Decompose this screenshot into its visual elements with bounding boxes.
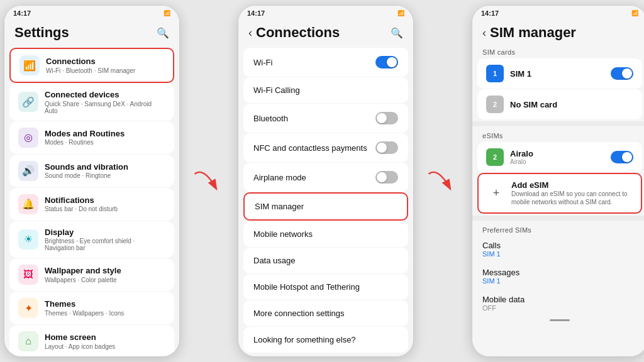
settings-header: Settings 🔍 — [4, 18, 179, 45]
display-label: Display — [45, 228, 165, 238]
status-time-3: 14:17 — [481, 9, 499, 17]
phone-settings: 14:17 📶 Settings 🔍 📶 Connections Wi-Fi ·… — [4, 5, 180, 357]
connections-label: Connections — [46, 57, 164, 67]
settings-search-button[interactable]: 🔍 — [157, 27, 169, 39]
homescreen-label: Home screen — [45, 332, 165, 343]
status-icons-2: 📶 — [397, 10, 404, 16]
notifications-sublabel: Status bar · Do not disturb — [45, 206, 165, 212]
wifi-toggle[interactable] — [375, 56, 398, 69]
preferred-sims-divider — [472, 216, 644, 221]
settings-item-connections[interactable]: 📶 Connections Wi-Fi · Bluetooth · SIM ma… — [9, 48, 174, 83]
settings-item-display[interactable]: ☀ Display Brightness · Eye comfort shiel… — [9, 221, 174, 258]
preferred-sims-header: Preferred SIMs — [472, 222, 644, 236]
conn-sim-manager[interactable]: SIM manager — [243, 192, 408, 221]
display-icon: ☀ — [18, 229, 38, 250]
scroll-indicator-2 — [238, 356, 413, 356]
preferred-messages[interactable]: Messages SIM 1 — [472, 263, 644, 290]
connections-screen: ‹ Connections 🔍 Wi-Fi Wi-Fi Calling Blue… — [238, 18, 413, 356]
esims-header: eSIMs — [472, 128, 644, 141]
settings-item-modes[interactable]: ◎ Modes and Routines Modes · Routines — [9, 121, 174, 154]
status-time-1: 14:17 — [13, 9, 31, 17]
conn-wifi[interactable]: Wi-Fi — [243, 48, 408, 77]
signal-icon-3: 📶 — [631, 10, 638, 16]
conn-looking[interactable]: Looking for something else? — [243, 327, 408, 353]
esim-airalo[interactable]: 2 Airalo Airalo — [477, 142, 642, 172]
conn-nfc[interactable]: NFC and contactless payments — [243, 133, 408, 162]
modes-icon: ◎ — [18, 128, 38, 148]
status-icons-1: 📶 — [164, 10, 170, 16]
mobile-data-value: OFF — [482, 304, 525, 312]
settings-list: 📶 Connections Wi-Fi · Bluetooth · SIM ma… — [4, 45, 179, 356]
hotspot-label: Mobile Hotspot and Tethering — [253, 282, 360, 292]
themes-label: Themes — [45, 299, 165, 309]
connections-search-button[interactable]: 🔍 — [391, 27, 403, 39]
wallpaper-sublabel: Wallpapers · Color palette — [45, 277, 165, 283]
phone-connections: 14:17 📶 ‹ Connections 🔍 Wi-Fi Wi-Fi Call… — [238, 5, 414, 357]
settings-item-themes[interactable]: ✦ Themes Themes · Wallpapers · Icons — [9, 292, 174, 324]
notifications-icon: 🔔 — [18, 194, 38, 214]
settings-item-wallpaper[interactable]: 🖼 Wallpaper and style Wallpapers · Color… — [9, 258, 174, 291]
conn-hotspot[interactable]: Mobile Hotspot and Tethering — [243, 274, 408, 300]
arrow-1-container — [184, 0, 234, 362]
connected-devices-icon: 🔗 — [18, 92, 38, 112]
settings-item-homescreen[interactable]: ⌂ Home screen Layout · App icon badges — [9, 325, 174, 356]
nfc-toggle[interactable] — [375, 141, 398, 154]
airplane-toggle[interactable] — [375, 171, 398, 184]
settings-item-connected-devices[interactable]: 🔗 Connected devices Quick Share · Samsun… — [9, 84, 174, 121]
connections-back-button[interactable]: ‹ — [248, 26, 252, 40]
display-sublabel: Brightness · Eye comfort shield · Naviga… — [45, 238, 165, 251]
mobile-data-label: Mobile data — [482, 295, 525, 304]
sounds-sublabel: Sound mode · Ringtone — [45, 172, 165, 179]
sim1-name: SIM 1 — [510, 69, 611, 79]
wifi-label: Wi-Fi — [253, 58, 272, 67]
signal-icon-2: 📶 — [397, 10, 404, 16]
arrow-2-icon — [424, 162, 462, 200]
status-icons-3: 📶 — [631, 10, 638, 16]
scroll-indicator-3 — [472, 317, 644, 324]
conn-bluetooth[interactable]: Bluetooth — [243, 104, 408, 133]
sim-manager-screen: ‹ SIM manager SIM cards 1 SIM 1 2 No SIM… — [472, 18, 644, 356]
conn-more-connection[interactable]: More connection settings — [243, 300, 408, 326]
conn-data-usage[interactable]: Data usage — [243, 248, 408, 273]
esims-divider — [472, 121, 644, 126]
themes-sublabel: Themes · Wallpapers · Icons — [45, 310, 165, 317]
sim-card-1[interactable]: 1 SIM 1 — [477, 58, 642, 89]
add-esim-plus-icon: + — [487, 185, 505, 202]
conn-mobile-networks[interactable]: Mobile networks — [243, 221, 408, 247]
settings-item-notifications[interactable]: 🔔 Notifications Status bar · Do not dist… — [9, 188, 174, 221]
connections-list: Wi-Fi Wi-Fi Calling Bluetooth NFC and co… — [238, 45, 413, 356]
airplane-label: Airplane mode — [253, 173, 306, 182]
wallpaper-icon: 🖼 — [18, 265, 38, 285]
looking-label: Looking for something else? — [253, 335, 356, 344]
preferred-calls[interactable]: Calls SIM 1 — [472, 236, 644, 263]
connections-icon: 📶 — [19, 55, 40, 75]
status-bar-1: 14:17 📶 — [4, 6, 179, 18]
conn-wifi-calling[interactable]: Wi-Fi Calling — [243, 77, 408, 103]
wallpaper-label: Wallpaper and style — [45, 266, 165, 276]
messages-label: Messages — [482, 268, 519, 277]
sim1-toggle[interactable] — [611, 67, 633, 80]
preferred-mobile-data[interactable]: Mobile data OFF — [472, 290, 644, 317]
sounds-label: Sounds and vibration — [45, 162, 165, 172]
phone-sim-manager: 14:17 📶 ‹ SIM manager SIM cards 1 SIM 1 … — [472, 5, 644, 357]
bluetooth-toggle[interactable] — [375, 112, 398, 124]
calls-label: Calls — [482, 241, 501, 250]
connected-devices-sublabel: Quick Share · Samsung DeX · Android Auto — [45, 101, 165, 114]
add-esim-item[interactable]: + Add eSIM Download an eSIM so you can c… — [477, 173, 642, 214]
modes-sublabel: Modes · Routines — [45, 139, 165, 146]
more-connection-label: More connection settings — [253, 309, 345, 318]
airalo-toggle[interactable] — [611, 151, 633, 163]
homescreen-icon: ⌂ — [18, 331, 38, 351]
conn-airplane[interactable]: Airplane mode — [243, 163, 408, 192]
scroll-dot-3 — [550, 319, 570, 321]
sim-back-button[interactable]: ‹ — [482, 26, 486, 40]
connections-sublabel: Wi-Fi · Bluetooth · SIM manager — [46, 67, 164, 74]
data-usage-label: Data usage — [253, 256, 296, 265]
sim2-name: No SIM card — [510, 100, 633, 109]
status-bar-2: 14:17 📶 — [238, 6, 413, 18]
airalo-badge: 2 — [486, 148, 504, 166]
settings-item-sounds[interactable]: 🔊 Sounds and vibration Sound mode · Ring… — [9, 155, 174, 187]
wifi-calling-label: Wi-Fi Calling — [253, 85, 300, 95]
notifications-label: Notifications — [45, 195, 165, 206]
sim-card-2: 2 No SIM card — [477, 89, 642, 119]
